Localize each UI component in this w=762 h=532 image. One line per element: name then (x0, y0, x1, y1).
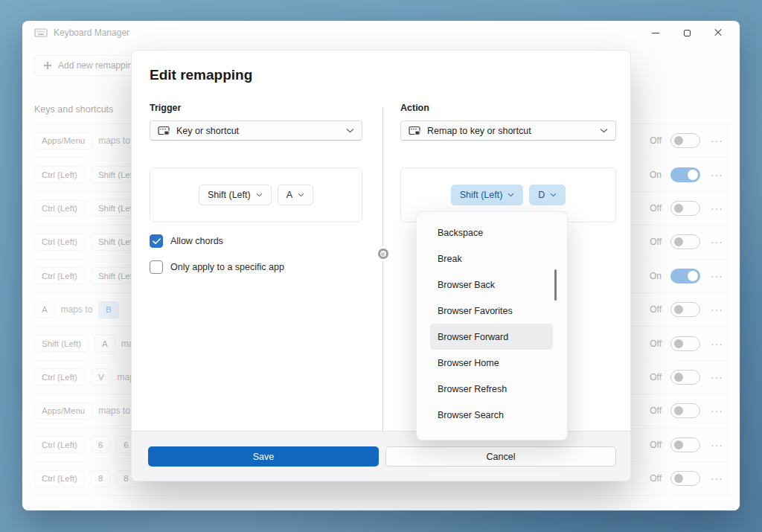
key-dropdown-flyout: BackspaceBreakBrowser BackBrowser Favori… (416, 211, 568, 440)
remap-keyboard-icon (158, 126, 170, 135)
minimize-icon (652, 33, 659, 33)
trigger-options: Allow chords Only apply to a specific ap… (150, 233, 362, 275)
edit-remapping-dialog: Edit remapping Trigger Key or shortcut (131, 50, 631, 481)
flyout-scrollbar-thumb[interactable] (554, 269, 557, 301)
key-label: Shift (Left) (208, 190, 251, 200)
dropdown-item[interactable]: Break (430, 246, 553, 272)
dropdown-item[interactable]: Browser Search (430, 402, 553, 428)
dropdown-item[interactable]: Backspace (430, 219, 553, 246)
save-button[interactable]: Save (148, 446, 379, 467)
dialog-title: Edit remapping (150, 67, 252, 83)
chevron-down-icon (298, 193, 304, 197)
allow-chords-label: Allow chords (170, 236, 223, 246)
action-type-combobox[interactable]: Remap to key or shortcut (400, 121, 616, 141)
dropdown-item[interactable]: Browser Refresh (430, 376, 553, 402)
trigger-keys: Shift (Left)A (199, 185, 313, 205)
trigger-section-label: Trigger (150, 103, 362, 115)
chevron-down-icon (550, 193, 557, 197)
chevron-down-icon (600, 128, 608, 133)
desktop-background: Keyboard Manager Add new remapping Keys … (0, 0, 762, 532)
action-type-value: Remap to key or shortcut (427, 126, 531, 136)
dropdown-item[interactable]: Browser Forward (430, 324, 553, 350)
key-dropdown-items: BackspaceBreakBrowser BackBrowser Favori… (417, 219, 567, 428)
dropdown-item[interactable]: Browser Favorites (430, 298, 553, 324)
checkbox-icon (150, 260, 163, 274)
trigger-column: Trigger Key or shortcut Shift (Left)A (150, 103, 362, 285)
trigger-type-combobox[interactable]: Key or shortcut (150, 121, 362, 141)
trigger-type-value: Key or shortcut (176, 126, 239, 136)
key-select-dropdown[interactable]: D (529, 185, 566, 205)
cancel-button[interactable]: Cancel (385, 446, 616, 467)
chevron-down-icon (256, 193, 263, 197)
allow-chords-checkbox[interactable]: Allow chords (150, 233, 362, 249)
maximize-icon (684, 30, 691, 36)
caption-buttons (640, 21, 734, 45)
dropdown-item[interactable]: Browser Home (430, 350, 553, 376)
chevron-down-icon (346, 128, 354, 133)
action-section-label: Action (400, 103, 616, 115)
checkbox-icon (150, 234, 163, 248)
specific-app-label: Only apply to a specific app (170, 262, 284, 272)
maximize-button[interactable] (671, 21, 702, 45)
key-label: A (286, 190, 292, 200)
dropdown-item[interactable]: Browser Back (430, 272, 553, 298)
key-label: Shift (Left) (460, 190, 503, 200)
key-select-dropdown[interactable]: Shift (Left) (199, 185, 272, 205)
specific-app-checkbox[interactable]: Only apply to a specific app (150, 259, 362, 275)
action-keys: Shift (Left)D (451, 185, 566, 205)
keyboard-manager-window: Keyboard Manager Add new remapping Keys … (22, 21, 740, 510)
column-divider (382, 107, 383, 432)
minimize-button[interactable] (640, 21, 671, 45)
chevron-down-icon (508, 193, 514, 197)
divider-gripper-handle[interactable] (378, 249, 388, 259)
action-column: Action Remap to key or shortcut Shift (L… (400, 103, 616, 222)
close-icon (714, 28, 723, 37)
trigger-keys-card: Shift (Left)A (150, 167, 362, 222)
key-label: D (538, 190, 545, 200)
key-select-dropdown[interactable]: A (278, 185, 313, 205)
remap-keyboard-icon (409, 126, 420, 135)
key-select-dropdown[interactable]: Shift (Left) (451, 185, 524, 205)
close-button[interactable] (702, 21, 734, 45)
